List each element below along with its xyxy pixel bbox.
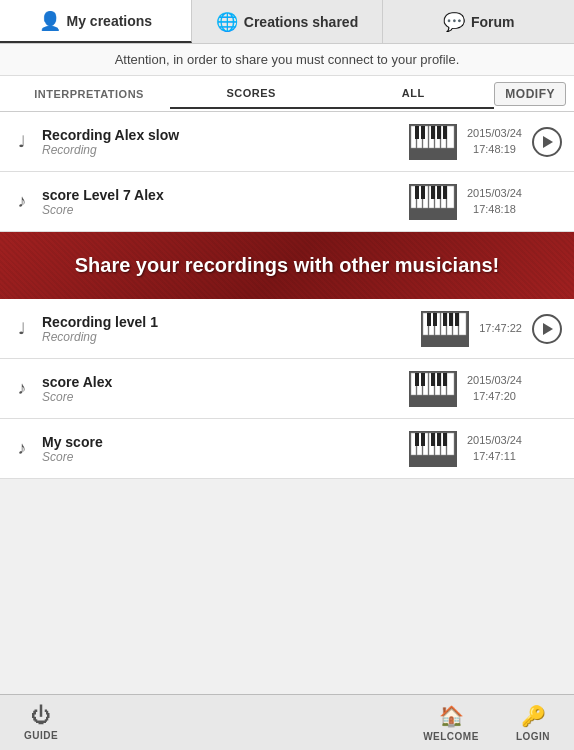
- power-icon: ⏻: [31, 704, 51, 727]
- recording-icon: ♩: [12, 132, 32, 151]
- svg-rect-62: [431, 433, 435, 446]
- svg-rect-12: [443, 126, 447, 139]
- nav-label-creations-shared: Creations shared: [244, 14, 358, 30]
- piano-thumbnail: [409, 371, 457, 407]
- filter-tabs: INTERPRETATIONS SCORES ALL MODIFY: [0, 76, 574, 112]
- svg-rect-8: [415, 126, 419, 139]
- svg-rect-60: [415, 433, 419, 446]
- login-label: LOGIN: [516, 731, 550, 742]
- svg-rect-24: [437, 186, 441, 199]
- login-icon: 🔑: [521, 704, 546, 728]
- globe-icon: 🌐: [216, 11, 238, 33]
- svg-rect-35: [433, 313, 437, 326]
- list-item: ♪ score Alex Score 2015/03: [0, 359, 574, 419]
- item-date: 2015/03/24 17:48:19: [467, 126, 522, 157]
- svg-rect-64: [443, 433, 447, 446]
- svg-rect-9: [421, 126, 425, 139]
- filter-tab-scores[interactable]: SCORES: [170, 79, 332, 109]
- nav-item-my-creations[interactable]: 👤 My creations: [0, 0, 192, 43]
- attention-banner: Attention, in order to share you must co…: [0, 44, 574, 76]
- svg-rect-51: [443, 373, 447, 386]
- nav-label-forum: Forum: [471, 14, 515, 30]
- piano-thumbnail: [421, 311, 469, 347]
- play-button[interactable]: [532, 127, 562, 157]
- item-subtitle: Score: [42, 390, 399, 404]
- svg-rect-34: [427, 313, 431, 326]
- item-title: Recording level 1: [42, 314, 411, 330]
- filter-tab-interpretations[interactable]: INTERPRETATIONS: [8, 80, 170, 108]
- forum-icon: 💬: [443, 11, 465, 33]
- svg-rect-23: [431, 186, 435, 199]
- item-info: Recording Alex slow Recording: [42, 127, 399, 157]
- user-icon: 👤: [39, 10, 61, 32]
- item-date: 2015/03/24 17:48:18: [467, 186, 522, 217]
- bottom-navigation: ⏻ GUIDE 🏠 WELCOME 🔑 LOGIN: [0, 694, 574, 750]
- item-title: score Alex: [42, 374, 399, 390]
- list-item: ♩ Recording level 1 Recording: [0, 299, 574, 359]
- svg-rect-63: [437, 433, 441, 446]
- item-info: score Level 7 Alex Score: [42, 187, 399, 217]
- play-button[interactable]: [532, 314, 562, 344]
- item-title: score Level 7 Alex: [42, 187, 399, 203]
- svg-rect-49: [431, 373, 435, 386]
- svg-rect-46: [447, 373, 454, 395]
- piano-thumbnail: [409, 124, 457, 160]
- svg-rect-7: [447, 126, 454, 148]
- svg-rect-50: [437, 373, 441, 386]
- item-title: Recording Alex slow: [42, 127, 399, 143]
- score-icon: ♪: [12, 438, 32, 459]
- item-subtitle: Score: [42, 203, 399, 217]
- top-navigation: 👤 My creations 🌐 Creations shared 💬 Foru…: [0, 0, 574, 44]
- svg-rect-21: [415, 186, 419, 199]
- item-subtitle: Recording: [42, 330, 411, 344]
- creations-list: ♩ Recording Alex slow Recording: [0, 112, 574, 479]
- attention-text: Attention, in order to share you must co…: [115, 52, 460, 67]
- score-icon: ♪: [12, 378, 32, 399]
- recording-icon: ♩: [12, 319, 32, 338]
- svg-rect-59: [447, 433, 454, 455]
- svg-rect-33: [459, 313, 466, 335]
- modify-button[interactable]: MODIFY: [494, 82, 566, 106]
- list-item: ♪ score Level 7 Alex Score: [0, 172, 574, 232]
- svg-rect-47: [415, 373, 419, 386]
- nav-item-forum[interactable]: 💬 Forum: [383, 0, 574, 43]
- bottom-nav-welcome[interactable]: 🏠 WELCOME: [410, 704, 492, 742]
- svg-rect-36: [443, 313, 447, 326]
- piano-thumbnail: [409, 431, 457, 467]
- piano-thumbnail: [409, 184, 457, 220]
- nav-item-creations-shared[interactable]: 🌐 Creations shared: [192, 0, 384, 43]
- bottom-nav-guide[interactable]: ⏻ GUIDE: [0, 704, 82, 741]
- item-subtitle: Score: [42, 450, 399, 464]
- svg-rect-20: [447, 186, 454, 208]
- item-info: score Alex Score: [42, 374, 399, 404]
- nav-label-my-creations: My creations: [67, 13, 153, 29]
- item-info: Recording level 1 Recording: [42, 314, 411, 344]
- svg-rect-38: [455, 313, 459, 326]
- svg-rect-61: [421, 433, 425, 446]
- svg-rect-25: [443, 186, 447, 199]
- svg-rect-22: [421, 186, 425, 199]
- item-title: My score: [42, 434, 399, 450]
- item-date: 2015/03/24 17:47:11: [467, 433, 522, 464]
- list-item: ♪ My score Score 2015/03/2: [0, 419, 574, 479]
- svg-rect-10: [431, 126, 435, 139]
- filter-tab-all[interactable]: ALL: [332, 79, 494, 109]
- promo-banner: Share your recordings with other musicia…: [0, 232, 574, 299]
- list-item: ♩ Recording Alex slow Recording: [0, 112, 574, 172]
- bottom-nav-login[interactable]: 🔑 LOGIN: [492, 704, 574, 742]
- promo-text: Share your recordings with other musicia…: [16, 254, 558, 277]
- item-subtitle: Recording: [42, 143, 399, 157]
- home-icon: 🏠: [439, 704, 464, 728]
- item-date: 17:47:22: [479, 321, 522, 336]
- item-date: 2015/03/24 17:47:20: [467, 373, 522, 404]
- svg-rect-11: [437, 126, 441, 139]
- welcome-label: WELCOME: [423, 731, 479, 742]
- item-info: My score Score: [42, 434, 399, 464]
- guide-label: GUIDE: [24, 730, 58, 741]
- svg-rect-48: [421, 373, 425, 386]
- score-icon: ♪: [12, 191, 32, 212]
- svg-rect-37: [449, 313, 453, 326]
